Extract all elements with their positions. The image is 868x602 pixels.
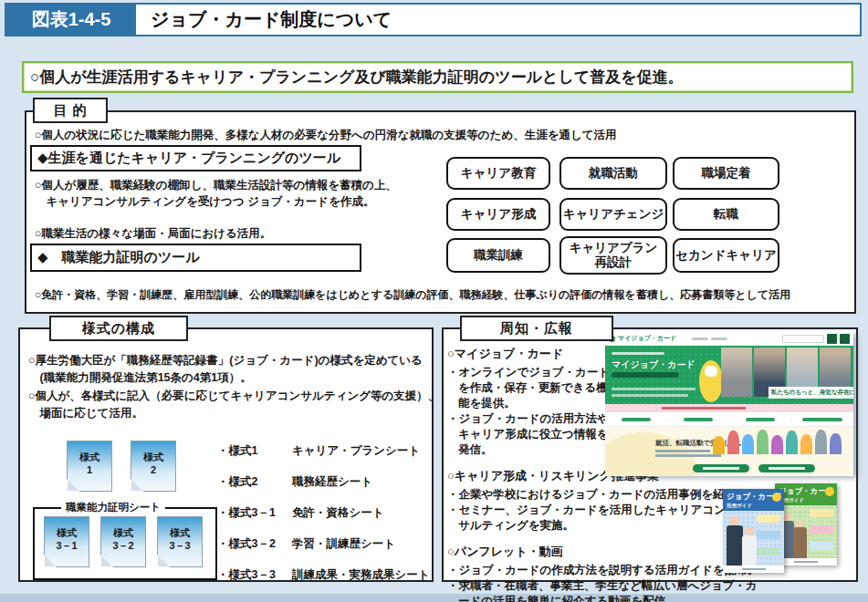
doc-label: 様式 bbox=[158, 527, 202, 540]
forms-line: 場面に応じて活用。 bbox=[28, 405, 439, 422]
publicity-bullet: ・オンラインでジョブ・カードを作成・保存・更新できる機能を提供。 bbox=[447, 365, 615, 411]
doc-label: 様式 bbox=[101, 527, 145, 540]
form-list-no: ・様式3－2 bbox=[217, 536, 292, 552]
site-tagline: 私たちのもっと、身近な存在に。 bbox=[769, 387, 853, 399]
publicity-bullet: ・求職者・在職者、事業主、学生など幅広い層へジョブ・カードの活用を簡単に紹介する… bbox=[447, 578, 759, 602]
site-photo bbox=[721, 348, 752, 397]
doc-fold-flap bbox=[131, 480, 142, 491]
site-hero-small-copy bbox=[612, 352, 664, 355]
doc-label: 様式 bbox=[68, 452, 111, 464]
purpose-intro: ○個人の状況に応じた職業能力開発、多様な人材の必要な分野への円滑な就職の支援等の… bbox=[35, 128, 617, 144]
site-illustration-textline bbox=[655, 454, 721, 457]
form-list-row: ・様式3－2 学習・訓練歴シート bbox=[217, 536, 430, 552]
site-cta-button bbox=[758, 464, 815, 472]
doc-number: 3－1 bbox=[45, 540, 89, 553]
promo-banner: ○個人が生涯活用するキャリア・プランニング及び職業能力証明のツールとして普及を促… bbox=[22, 61, 853, 93]
purpose-label: 目 的 bbox=[33, 98, 108, 123]
scene-job-hunting: 就職活動 bbox=[559, 157, 667, 190]
doc-fold-flap bbox=[68, 480, 78, 491]
form-list-row: ・様式1 キャリア・プランシート bbox=[217, 443, 430, 459]
doc-fold-flap bbox=[101, 555, 112, 566]
site-nav-item bbox=[792, 418, 853, 421]
site-notice-strip bbox=[605, 404, 853, 412]
site-illustration-people bbox=[713, 430, 842, 454]
forms-label: 様式の構成 bbox=[49, 316, 188, 341]
site-header-link bbox=[692, 337, 708, 340]
myjobcard-site-screenshot: マイジョブ・カード マイジョブ・カード 私たちのもっと、身近な存在に。 bbox=[605, 331, 853, 475]
pamphlet-body bbox=[775, 505, 837, 558]
site-hero-banner: マイジョブ・カード 私たちのもっと、身近な存在に。 bbox=[605, 346, 853, 404]
figure-title: ジョブ・カード制度について bbox=[136, 5, 860, 35]
site-notice-text bbox=[662, 407, 746, 410]
cert-sheets-group-label: 職業能力証明シート bbox=[61, 501, 165, 514]
publicity-bullet: ・企業や学校におけるジョブ・カードの活用事例を紹介。 bbox=[447, 487, 748, 503]
publicity-section-pamphlet-video: ○パンフレット・動画 ・ジョブ・カードの作成方法を説明する活用ガイドを配布。 ・… bbox=[447, 544, 754, 602]
form-list-name: 学習・訓練歴シート bbox=[292, 536, 395, 552]
pamphlet-subtitle: 活用ガイド bbox=[727, 503, 780, 509]
scene-career-plan-redesign: キャリアプラン 再設計 bbox=[559, 236, 667, 275]
form-list-row: ・様式3－1 免許・資格シート bbox=[217, 505, 430, 521]
doc-number: 3－3 bbox=[158, 540, 202, 553]
pamphlet-person bbox=[727, 525, 743, 566]
publicity-heading: ○パンフレット・動画 bbox=[447, 544, 754, 560]
scene-vocational-training: 職業訓練 bbox=[446, 238, 550, 273]
site-header: マイジョブ・カード bbox=[605, 331, 853, 346]
doc-label: 様式 bbox=[131, 452, 175, 464]
doc-label: 様式 bbox=[45, 527, 89, 540]
pamphlet-header: ジョブ・カード 活用ガイド bbox=[723, 489, 784, 511]
site-cta-buttons bbox=[693, 464, 815, 472]
site-menu-button bbox=[840, 334, 850, 344]
scene-career-development: キャリア形成 bbox=[446, 198, 550, 231]
site-illustration-section: 就活、転職活動で完結しない bbox=[605, 427, 853, 476]
pamphlet-label-bar bbox=[810, 509, 833, 517]
pamphlet-person bbox=[793, 527, 807, 558]
publicity-bullet: ・セミナー、ジョブ・カードを活用したキャリアコンサルティングを実施。 bbox=[447, 503, 732, 534]
doc-fold-flap bbox=[158, 555, 169, 566]
site-cta-button bbox=[693, 464, 749, 472]
form-list-no: ・様式3－1 bbox=[217, 505, 292, 521]
pamphlet-footer bbox=[775, 558, 837, 566]
site-login-button bbox=[827, 334, 837, 344]
scene-career-change: キャリアチェンジ bbox=[559, 198, 667, 231]
form-list-no: ・様式1 bbox=[217, 443, 292, 459]
site-hero-textline bbox=[612, 394, 688, 397]
form-doc-icon-2: 様式 2 bbox=[131, 441, 176, 492]
forms-line: ○個人が、各様式に記入（必要に応じてキャリアコンサルティング等の支援）、 bbox=[28, 388, 439, 405]
tool1-text: ○個人が履歴、職業経験の棚卸し、職業生活設計等の情報を蓄積の上、 キャリアコンサ… bbox=[35, 178, 397, 210]
site-nav-item bbox=[667, 418, 729, 421]
tool2-note: ○免許・資格、学習・訓練歴、雇用型訓練、公的職業訓練をはじめとする訓練の評価、職… bbox=[35, 287, 790, 303]
forms-line: (職業能力開発促進法第15条の4第1項）。 bbox=[28, 369, 439, 387]
pamphlet-label-bar bbox=[757, 514, 780, 523]
pamphlet-blue-cover: ジョブ・カード 活用ガイド bbox=[723, 489, 784, 573]
form-list-name: 訓練成果・実務成果シート bbox=[292, 567, 430, 583]
pamphlet-label-bar bbox=[757, 547, 780, 555]
publicity-bullet: ・ジョブ・カードの作成方法を説明する活用ガイドを配布。 bbox=[447, 563, 759, 578]
pamphlet-label-bar bbox=[810, 542, 833, 550]
form-list-row: ・様式3－3 訓練成果・実務成果シート bbox=[217, 567, 430, 583]
pamphlet-footer bbox=[723, 566, 784, 573]
form-list-name: キャリア・プランシート bbox=[292, 443, 420, 459]
publicity-bullet: ・ジョブ・カードの活用方法やキャリア形成に役立つ情報を発信。 bbox=[447, 411, 615, 458]
site-nav bbox=[605, 412, 853, 427]
publicity-label: 周知・広報 bbox=[460, 316, 613, 341]
publicity-section-reskilling: ○キャリア形成・リスキリング推進事業 ・企業や学校におけるジョブ・カードの活用事… bbox=[447, 468, 754, 534]
tool2-heading-box: ◆ 職業能力証明のツール bbox=[30, 244, 361, 272]
figure-header: 図表1-4-5 ジョブ・カード制度について bbox=[5, 3, 862, 36]
form-doc-icon-3-2: 様式 3－2 bbox=[100, 516, 146, 567]
pamphlet-person bbox=[742, 535, 757, 566]
pamphlet-green-cover: ジョブ・カード 活用ガイド bbox=[775, 483, 837, 566]
site-hero-subcopy bbox=[612, 372, 679, 378]
site-illustration-textline bbox=[655, 450, 710, 452]
pamphlet-body bbox=[723, 511, 784, 566]
scene-job-change: 転職 bbox=[673, 198, 779, 231]
form-doc-icon-1: 様式 1 bbox=[67, 441, 112, 492]
doc-number: 3－2 bbox=[101, 540, 145, 553]
pamphlet-badge bbox=[825, 487, 834, 496]
form-list-row: ・様式2 職務経歴シート bbox=[217, 474, 430, 490]
pamphlet-subtitle: 活用ガイド bbox=[779, 497, 833, 503]
site-nav-item bbox=[605, 418, 667, 421]
pamphlet-header: ジョブ・カード 活用ガイド bbox=[775, 483, 837, 505]
form-list-name: 職務経歴シート bbox=[292, 474, 372, 490]
pamphlet-badge bbox=[772, 493, 781, 502]
form-doc-icon-3-3: 様式 3－3 bbox=[157, 516, 203, 567]
